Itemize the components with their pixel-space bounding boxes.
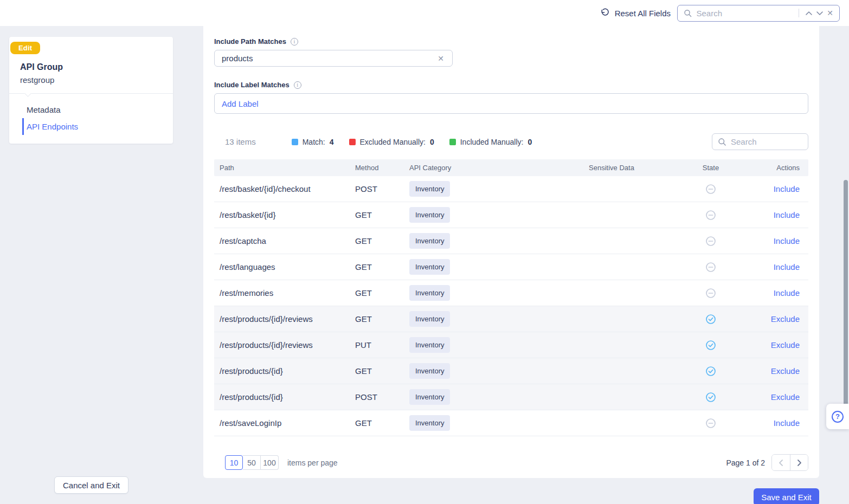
table-body: /rest/basket/{id}/checkout POST Inventor…: [214, 176, 808, 436]
include-label-matches-label-row: Include Label Matches i: [214, 81, 808, 89]
table-row: /rest/basket/{id}/checkout POST Inventor…: [214, 176, 808, 202]
page-size-100-button[interactable]: 100: [261, 455, 279, 470]
method-cell: POST: [355, 184, 409, 193]
legend-label: Match:: [303, 138, 325, 146]
next-page-button[interactable]: [790, 455, 808, 470]
table-row: /rest/languages GET Inventory Include: [214, 254, 808, 280]
search-prev-button[interactable]: [803, 9, 814, 17]
search-icon: [718, 138, 726, 146]
page-info: Page 1 of 2: [726, 458, 765, 467]
api-category-badge: Inventory: [409, 259, 450, 275]
sidebar-item-metadata[interactable]: Metadata: [9, 101, 173, 118]
info-icon[interactable]: i: [291, 38, 298, 46]
state-match-icon: [705, 314, 716, 325]
action-link[interactable]: Include: [774, 184, 800, 193]
path-cell: /rest/products/{id}/reviews: [214, 314, 355, 324]
label-matches-field[interactable]: Add Label: [214, 93, 808, 114]
actions-cell: Include: [743, 236, 808, 245]
include-label-matches-label: Include Label Matches: [214, 81, 290, 89]
api-category-badge: Inventory: [409, 181, 450, 197]
path-matches-field: ✕: [214, 50, 453, 67]
undo-arrow-icon: [600, 8, 610, 18]
search-icon: [684, 9, 692, 18]
path-cell: /rest/basket/{id}: [214, 210, 355, 219]
action-link[interactable]: Exclude: [771, 314, 800, 324]
api-category-cell: Inventory: [409, 337, 545, 353]
api-category-cell: Inventory: [409, 311, 545, 327]
page: { "topbar": { "reset_label": "Reset All …: [0, 0, 849, 504]
sidebar-card: Edit API Group restgroup Metadata API En…: [9, 37, 173, 144]
action-link[interactable]: Exclude: [771, 392, 800, 402]
page-size-50-button[interactable]: 50: [243, 455, 261, 470]
state-cell: [678, 236, 743, 247]
items-per-page-label: items per page: [287, 458, 338, 467]
state-cell: [678, 340, 743, 351]
path-cell: /rest/captcha: [214, 236, 355, 245]
help-button[interactable]: ?: [826, 404, 849, 429]
method-cell: GET: [355, 288, 409, 298]
chevron-left-icon: [779, 459, 783, 467]
sidebar-divider: [9, 93, 173, 94]
action-link[interactable]: Exclude: [771, 340, 800, 350]
include-path-matches-label: Include Path Matches: [214, 37, 286, 46]
state-none-icon: [705, 418, 716, 429]
method-cell: GET: [355, 366, 409, 376]
chevron-right-icon: [797, 459, 802, 467]
path-cell: /rest/languages: [214, 262, 355, 272]
state-cell: [678, 184, 743, 195]
actions-cell: Include: [743, 418, 808, 428]
prev-page-button[interactable]: [772, 455, 790, 470]
vertical-scrollbar-thumb[interactable]: [844, 180, 848, 427]
chevron-up-icon: [805, 11, 813, 16]
global-search-input[interactable]: [696, 9, 794, 18]
search-close-button[interactable]: ✕: [825, 8, 835, 18]
legend-swatch: [292, 139, 298, 145]
search-next-button[interactable]: [814, 9, 825, 17]
sidebar-title: API Group: [20, 62, 173, 72]
state-cell: [678, 262, 743, 273]
reset-all-fields-label: Reset All Fields: [615, 9, 671, 18]
help-icon: ?: [832, 411, 844, 423]
path-matches-clear-button[interactable]: ✕: [436, 53, 446, 64]
api-category-cell: Inventory: [409, 233, 545, 249]
path-matches-input[interactable]: [222, 54, 436, 63]
method-cell: PUT: [355, 340, 409, 350]
state-cell: [678, 366, 743, 377]
path-cell: /rest/products/{id}/reviews: [214, 340, 355, 350]
page-size-10-button[interactable]: 10: [225, 455, 243, 470]
action-link[interactable]: Include: [774, 210, 800, 219]
actions-cell: Exclude: [743, 314, 808, 324]
cancel-and-exit-button[interactable]: Cancel and Exit: [54, 476, 128, 494]
save-and-exit-button[interactable]: Save and Exit: [754, 488, 819, 504]
api-category-cell: Inventory: [409, 285, 545, 301]
legend-count: 0: [430, 138, 434, 146]
path-cell: /rest/products/{id}: [214, 392, 355, 402]
sidebar-nav: Metadata API Endpoints: [9, 94, 173, 135]
method-cell: GET: [355, 210, 409, 219]
info-icon[interactable]: i: [294, 81, 301, 89]
reset-all-fields-button[interactable]: Reset All Fields: [600, 8, 671, 18]
legend-item: Excluded Manually: 0: [349, 138, 434, 146]
api-category-cell: Inventory: [409, 259, 545, 275]
add-label-placeholder[interactable]: Add Label: [222, 99, 259, 108]
page-nav-group: [771, 454, 808, 471]
topbar: Reset All Fields ✕: [0, 0, 849, 26]
action-link[interactable]: Include: [774, 262, 800, 272]
table-header: PathMethodAPI CategorySensitive DataStat…: [214, 159, 808, 176]
table-search-input[interactable]: [731, 137, 802, 146]
sidebar-item-api-endpoints[interactable]: API Endpoints: [22, 118, 173, 135]
column-header: Path: [214, 164, 355, 172]
api-category-badge: Inventory: [409, 233, 450, 249]
close-icon: ✕: [827, 9, 833, 17]
action-link[interactable]: Exclude: [771, 366, 800, 376]
action-link[interactable]: Include: [774, 288, 800, 298]
edit-badge: Edit: [10, 42, 40, 54]
pagination-row: 1050100 items per page Page 1 of 2: [214, 454, 808, 471]
legend-item: Match: 4: [292, 138, 334, 146]
table-search-box: [712, 133, 808, 150]
api-category-cell: Inventory: [409, 363, 545, 379]
path-cell: /rest/products/{id}: [214, 366, 355, 376]
column-header: Sensitive Data: [545, 164, 678, 172]
action-link[interactable]: Include: [774, 236, 800, 245]
action-link[interactable]: Include: [774, 418, 800, 428]
